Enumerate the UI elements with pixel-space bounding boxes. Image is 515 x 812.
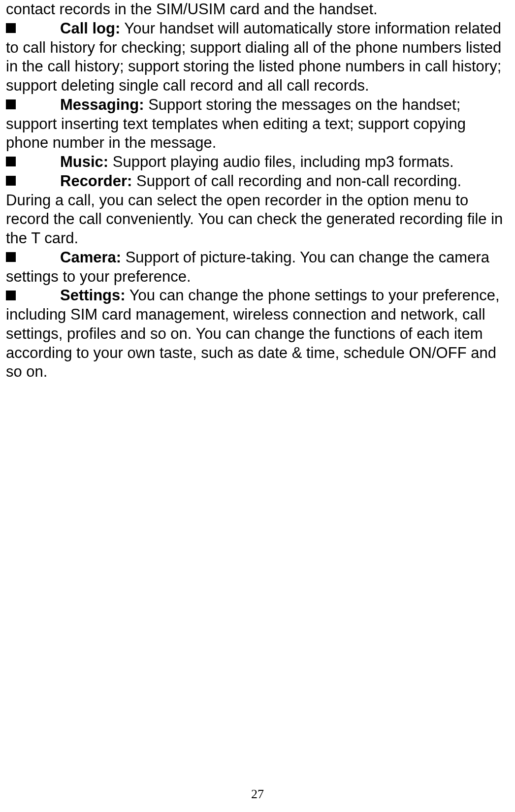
list-item: Settings: You can change the phone setti…: [6, 286, 509, 382]
square-bullet-icon: [6, 157, 16, 166]
page-number: 27: [0, 786, 515, 803]
list-item: Messaging: Support storing the messages …: [6, 96, 509, 153]
square-bullet-icon: [6, 99, 16, 109]
item-title: Messaging:: [60, 96, 144, 113]
list-item: Call log: Your handset will automaticall…: [6, 19, 509, 96]
list-item: Recorder: Support of call recording and …: [6, 172, 509, 248]
item-title: Recorder:: [60, 172, 132, 190]
square-bullet-icon: [6, 176, 16, 186]
item-title: Music:: [60, 153, 108, 170]
document-content: contact records in the SIM/USIM card and…: [6, 0, 509, 382]
item-text: Support playing audio files, including m…: [108, 153, 453, 170]
square-bullet-icon: [6, 291, 16, 300]
item-title: Call log:: [60, 20, 120, 37]
item-title: Settings:: [60, 287, 126, 304]
square-bullet-icon: [6, 252, 16, 262]
list-item: Camera: Support of picture-taking. You c…: [6, 248, 509, 287]
square-bullet-icon: [6, 23, 16, 33]
item-title: Camera:: [60, 249, 121, 266]
list-item: Music: Support playing audio files, incl…: [6, 153, 509, 172]
intro-text: contact records in the SIM/USIM card and…: [6, 0, 509, 19]
